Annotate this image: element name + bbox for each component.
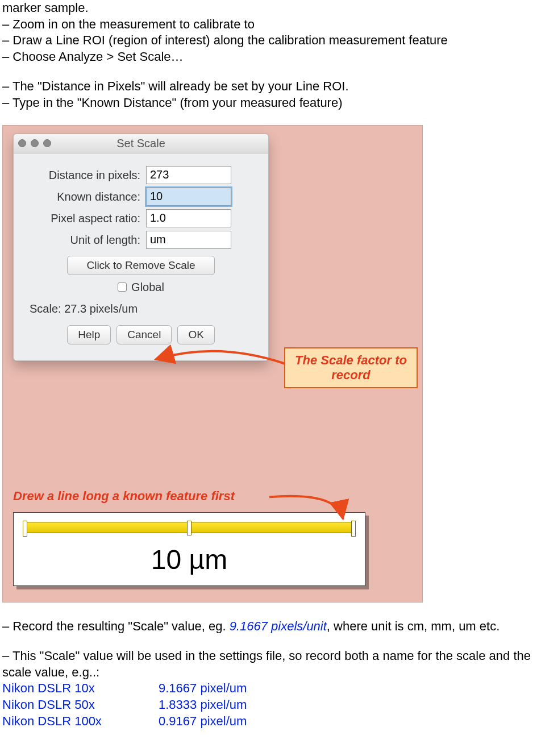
intro-line-4: – The "Distance in Pixels" will already … [2,78,535,95]
zoom-icon[interactable] [43,139,51,147]
example-value: 0.9167 pixel/um [159,713,247,730]
scale-bar-image: 10 µm [13,512,365,586]
record-scale-line: – Record the resulting "Scale" value, eg… [2,618,535,635]
aspect-label: Pixel aspect ratio: [24,211,146,226]
scale-examples: Nikon DSLR 10x 9.1667 pixel/um Nikon DSL… [2,680,535,729]
example-name: Nikon DSLR 100x [2,713,159,730]
scale-bar-label: 10 µm [14,542,365,578]
intro-line-2: – Draw a Line ROI (region of interest) a… [2,32,535,49]
intro-line-0: marker sample. [2,0,535,16]
unit-input[interactable] [146,231,231,249]
set-scale-dialog: Set Scale Distance in pixels: Known dist… [13,134,269,361]
help-button[interactable]: Help [67,325,111,344]
known-input[interactable] [146,188,231,206]
intro-line-3: – Choose Analyze > Set Scale… [2,49,535,65]
dialog-titlebar: Set Scale [14,134,268,153]
unit-label: Unit of length: [24,232,146,247]
dialog-title: Set Scale [14,136,268,151]
cancel-button[interactable]: Cancel [116,325,172,344]
close-icon[interactable] [18,139,26,147]
global-label: Global [131,280,164,294]
line-roi [24,522,355,533]
example-scale-value: 9.1667 pixels/unit [230,619,327,633]
known-label: Known distance: [24,189,146,204]
minimize-icon[interactable] [31,139,39,147]
scale-readout: Scale: 27.3 pixels/um [24,299,258,323]
distance-label: Distance in pixels: [24,168,146,182]
example-name: Nikon DSLR 50x [2,697,159,713]
example-value: 1.8333 pixel/um [159,697,247,713]
roi-mid-handle [187,521,192,535]
set-scale-figure: Set Scale Distance in pixels: Known dist… [2,125,423,603]
distance-input[interactable] [146,166,231,184]
global-checkbox[interactable] [118,283,127,292]
settings-note: – This "Scale" value will be used in the… [2,648,535,680]
ok-button[interactable]: OK [177,325,214,344]
intro-line-5: – Type in the "Known Distance" (from you… [2,95,535,111]
example-value: 9.1667 pixel/um [159,680,247,697]
intro-line-1: – Zoom in on the measurement to calibrat… [2,16,535,33]
remove-scale-button[interactable]: Click to Remove Scale [67,256,215,275]
example-name: Nikon DSLR 10x [2,680,159,697]
drew-line-caption: Drew a line long a known feature first [13,488,235,505]
aspect-input[interactable] [146,209,231,227]
scale-factor-callout: The Scale factor to record [284,347,418,388]
